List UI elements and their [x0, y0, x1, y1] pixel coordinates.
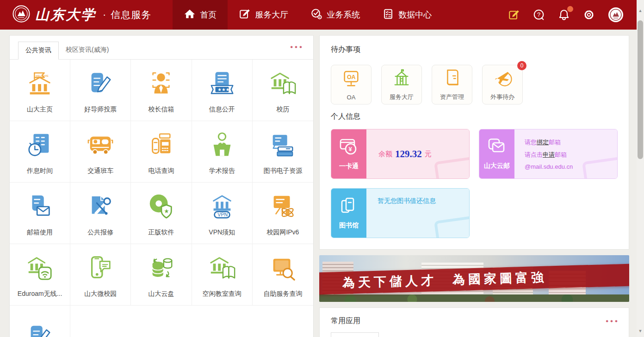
library-strip: 图书馆	[331, 189, 366, 238]
todo-card-服务大厅[interactable]: 服务大厅	[381, 65, 422, 104]
bell-icon[interactable]	[558, 9, 570, 21]
scroll-down-arrow[interactable]: ▼	[637, 329, 644, 333]
campus-card-name: 一卡通	[339, 162, 359, 171]
todo-card-外事待办[interactable]: 外事待办0	[482, 65, 523, 104]
svg-text:★★★: ★★★	[217, 87, 229, 92]
app-电话查询[interactable]: 电话查询	[131, 121, 192, 183]
app-VPN须知[interactable]: VPNVPN须知	[192, 183, 253, 244]
cloud-mail-icon	[487, 138, 507, 157]
todo-badge: 0	[517, 61, 526, 70]
library-body: 暂无您图书借还信息	[366, 189, 469, 238]
apps-tab-威海校区[interactable]: 威海校区	[387, 333, 413, 337]
apply-mail-link[interactable]: 申请	[543, 151, 555, 158]
personal-cards-row: ¥ 一卡通 余额 129.32 元	[331, 129, 618, 179]
scroll-up-arrow[interactable]: ▲	[637, 8, 644, 13]
vpn-icon: VPN	[208, 192, 236, 223]
app-作息时间[interactable]: 作息时间	[10, 121, 70, 183]
page-content: 公共资讯校区资讯(威海) ••• WELCOME山大主页好导师投票校长信箱★★★…	[0, 30, 637, 337]
airplane-icon	[492, 68, 513, 90]
card-watermark	[434, 156, 470, 179]
apps-tab-教学科研[interactable]: 教学科研	[471, 333, 496, 337]
todo-card-OA[interactable]: OAOA	[331, 65, 372, 104]
nav-item-首页[interactable]: 首页	[173, 0, 228, 30]
brand[interactable]: 山东大学 · 信息服务	[0, 5, 151, 25]
app-公共报修[interactable]: 公共报修	[70, 183, 131, 244]
library-widget[interactable]: 图书馆 暂无您图书借还信息	[331, 188, 470, 238]
bind-mail-line: 请您绑定邮箱	[525, 138, 617, 147]
app-校园网IPv6[interactable]: 校园网IPv6	[253, 183, 313, 244]
app-空闲教室查询[interactable]: 空闲教室查询	[192, 244, 253, 306]
self-service-icon	[268, 254, 297, 284]
tab-公共资讯[interactable]: 公共资讯	[18, 42, 59, 60]
ipv6-icon	[268, 192, 297, 223]
micro-campus-icon	[86, 254, 115, 284]
president-mailbox-icon	[147, 69, 175, 100]
bind-mail-link[interactable]: 绑定	[537, 139, 549, 146]
app-信息公开[interactable]: ★★★信息公开	[192, 60, 253, 121]
balance-unit: 元	[425, 150, 432, 159]
cloud-disk-icon	[147, 254, 175, 284]
app-unnamed[interactable]	[10, 306, 70, 337]
svg-text:?: ?	[537, 11, 540, 18]
top-navbar: 山东大学 · 信息服务 首页服务大厅业务系统数据中心 ?	[0, 0, 637, 30]
apps-tab-我的收藏[interactable]: 我的收藏	[429, 333, 455, 337]
cloud-mail-widget[interactable]: 山大云邮 请您绑定邮箱 请点击申请邮箱 @mail.sdu.edu.cn	[479, 129, 618, 179]
svg-text:VPN: VPN	[217, 212, 228, 217]
campus-card-widget[interactable]: ¥ 一卡通 余额 129.32 元	[331, 129, 470, 179]
edit-icon[interactable]	[508, 9, 520, 21]
tab-校区资讯(威海)[interactable]: 校区资讯(威海)	[59, 42, 116, 59]
apps-tab-校内生活[interactable]: 校内生活	[554, 333, 580, 337]
app-山大主页[interactable]: WELCOME山大主页	[10, 60, 70, 121]
app-交通班车[interactable]: 交通班车	[70, 121, 131, 183]
avatar[interactable]	[608, 7, 624, 23]
app-山大云盘[interactable]: 山大云盘	[131, 244, 192, 306]
service-hall-icon	[239, 8, 251, 22]
app-校历[interactable]: 校历	[253, 60, 313, 121]
apply-mail-line: 请点击申请邮箱	[525, 151, 617, 159]
svg-text:OA: OA	[347, 74, 356, 80]
lecture-icon	[208, 131, 236, 161]
nav-item-业务系统[interactable]: 业务系统	[299, 0, 371, 30]
oa-icon: OA	[341, 69, 362, 91]
service-hall-building-icon	[391, 68, 412, 90]
app-山大微校园[interactable]: 山大微校园	[70, 244, 131, 306]
page-scrollbar[interactable]: ▲ ▼	[637, 0, 644, 337]
app-邮箱使用[interactable]: 邮箱使用	[10, 183, 70, 244]
asset-ledger-icon	[441, 68, 463, 90]
banner-slogan-1: 為天下儲人才	[342, 272, 437, 291]
library-watermark	[434, 215, 470, 238]
nav-item-服务大厅[interactable]: 服务大厅	[228, 0, 299, 30]
more-menu-dots[interactable]: •••	[290, 43, 304, 51]
common-apps-tabs: 济南、青岛威海校区我的收藏教学科研行政办公校内生活	[331, 332, 618, 337]
home-icon	[184, 8, 196, 22]
app-学术报告[interactable]: 学术报告	[192, 121, 253, 183]
app-自助服务查询[interactable]: 自助服务查询	[253, 244, 313, 306]
library-icon	[340, 196, 358, 217]
app-校长信箱[interactable]: 校长信箱	[131, 60, 192, 121]
scroll-thumb[interactable]	[638, 20, 643, 159]
campus-banner[interactable]: 為天下儲人才 為國家圖富強	[319, 255, 629, 302]
app-好导师投票[interactable]: 好导师投票	[70, 60, 131, 121]
todo-card-资产管理[interactable]: 资产管理	[432, 65, 472, 104]
todo-title: 待办事项	[331, 45, 618, 55]
app-图书电子资源[interactable]: 图书电子资源	[253, 121, 313, 183]
common-apps-panel: 常用应用 ••• 济南、青岛威海校区我的收藏教学科研行政办公校内生活	[319, 307, 629, 337]
notification-dot	[567, 6, 573, 12]
campus-card-strip: ¥ 一卡通	[331, 129, 366, 178]
common-apps-menu-dots[interactable]: •••	[606, 317, 619, 325]
navbar-actions: ?	[508, 7, 637, 23]
repair-icon	[86, 192, 115, 223]
apps-tab-济南、青岛[interactable]: 济南、青岛	[331, 332, 379, 337]
campus-card-icon: ¥	[339, 137, 359, 158]
nav-item-数据中心[interactable]: 数据中心	[371, 0, 443, 30]
left-tabs-row: 公共资讯校区资讯(威海) •••	[10, 36, 313, 60]
balance-value: 129.32	[395, 148, 422, 160]
apps-tab-行政办公[interactable]: 行政办公	[512, 333, 538, 337]
gear-icon[interactable]	[583, 9, 595, 21]
business-system-icon	[310, 8, 322, 22]
app-Eduroam无线...[interactable]: Eduroam无线...	[10, 244, 70, 306]
help-icon[interactable]: ?	[533, 9, 545, 21]
app-正版软件[interactable]: ★正版软件	[131, 183, 192, 244]
mail-watermark	[582, 156, 618, 179]
e-library-icon	[268, 131, 297, 161]
